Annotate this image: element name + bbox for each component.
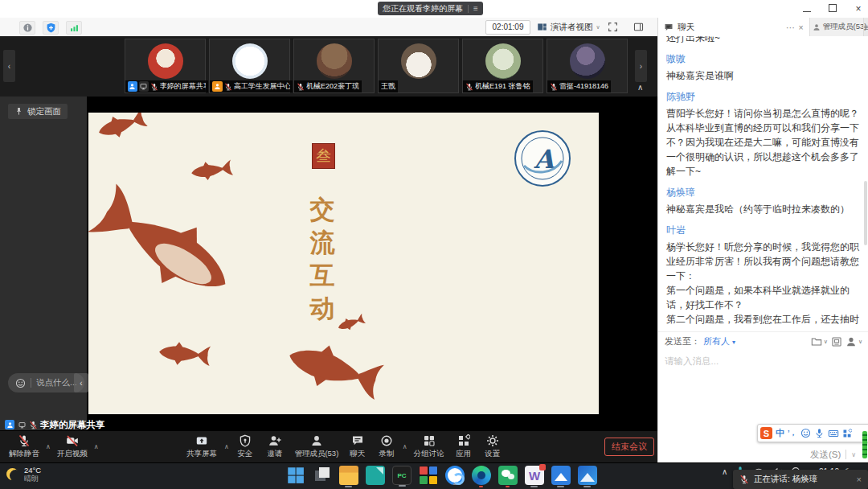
- close-button[interactable]: ×: [854, 0, 863, 18]
- layout-panel-button[interactable]: [633, 22, 644, 32]
- toast-close-icon[interactable]: ×: [857, 475, 862, 484]
- chat-close-icon[interactable]: ×: [798, 23, 803, 32]
- panel-menu-button[interactable]: ≡: [863, 18, 868, 36]
- start-button[interactable]: [286, 466, 305, 485]
- presenter-badge-icon: [5, 420, 14, 429]
- share-screen-button[interactable]: 共享屏幕: [182, 432, 222, 461]
- ime-punctuation-toggle[interactable]: ’，: [788, 428, 797, 438]
- chat-button[interactable]: 聊天: [344, 432, 371, 461]
- unmute-button[interactable]: 解除静音: [5, 432, 43, 461]
- security-shield-icon[interactable]: [43, 21, 59, 35]
- send-options-chevron[interactable]: ∨: [851, 451, 856, 458]
- speaking-toast-text: 正在讲话: 杨焕璋: [754, 474, 852, 485]
- chat-scrollbar[interactable]: [864, 181, 867, 245]
- participant-name: 王戬: [381, 81, 395, 92]
- bubble-collapse-button[interactable]: ‹: [74, 373, 88, 392]
- tray-expand-chevron[interactable]: ∧: [722, 467, 727, 476]
- smiley-icon[interactable]: [15, 378, 26, 388]
- wps-icon[interactable]: W: [525, 466, 544, 485]
- screenshot-button[interactable]: [831, 336, 842, 347]
- chat-bubble-icon: [351, 434, 364, 447]
- chat-more-icon[interactable]: ⋯: [786, 23, 795, 32]
- security-button[interactable]: 安全: [231, 432, 259, 461]
- message-sender[interactable]: 嗷嗷: [666, 52, 859, 66]
- watching-banner-text: 您正在观看李婷的屏幕: [383, 3, 463, 14]
- avatar: [148, 43, 183, 79]
- ime-emoji-icon[interactable]: [800, 428, 811, 438]
- message-sender[interactable]: 杨焕璋: [666, 186, 859, 199]
- task-view-button[interactable]: [313, 466, 332, 485]
- avatar: [570, 43, 605, 79]
- mic-options-chevron[interactable]: ∧: [46, 443, 51, 450]
- view-mode-button[interactable]: 演讲者视图 ∨: [537, 20, 600, 34]
- meeting-info-button[interactable]: [19, 21, 35, 35]
- apps-button[interactable]: 应用: [450, 432, 477, 461]
- participant-tile[interactable]: 王戬: [378, 39, 459, 93]
- sogou-ime-bar[interactable]: S 中 ’，: [757, 424, 868, 442]
- message-text: 杨学长您好！听您分享的时候，我觉得您的职业经历非常厉害！所以我有两个问题想请教您…: [666, 240, 859, 327]
- meeting-app-icon[interactable]: [445, 466, 465, 485]
- photos-app-icon[interactable]: [578, 466, 597, 485]
- start-video-button[interactable]: 开启视频: [53, 432, 92, 461]
- minimize-button[interactable]: [802, 0, 812, 18]
- breakout-button[interactable]: 分组讨论: [410, 432, 448, 461]
- speaking-toast[interactable]: 正在讲话: 杨焕璋 ×: [733, 470, 868, 489]
- maximize-button[interactable]: [828, 0, 837, 18]
- ime-toolbox-icon[interactable]: [842, 429, 852, 438]
- send-message-button[interactable]: 发送(S) ∨: [810, 447, 856, 462]
- sogou-logo-icon[interactable]: S: [760, 427, 772, 439]
- manage-members-button[interactable]: 管理成员(53): [291, 432, 342, 461]
- send-to-dropdown[interactable]: 所有人 ▾: [703, 335, 735, 347]
- screen-share-badge-icon: [139, 81, 149, 92]
- cloud-docs-icon[interactable]: [551, 466, 571, 485]
- record-button[interactable]: 录制: [373, 432, 400, 461]
- pycharm-icon[interactable]: PC: [392, 466, 411, 485]
- chat-label: 聊天: [350, 449, 365, 459]
- watching-banner[interactable]: 您正在观看李婷的屏幕 ≡: [378, 2, 483, 15]
- attention-indicator: [479, 486, 483, 487]
- chat-message-list[interactable]: 还打出来啦~ 嗷嗷 神秘嘉宾是谁啊 陈驰野 曹阳学长您好！请问你当初是怎么直博的…: [658, 36, 868, 327]
- running-indicator: [399, 485, 406, 487]
- mic-muted-icon: [297, 83, 305, 91]
- participant-tile[interactable]: 高工学生发展中心: [209, 39, 290, 93]
- ime-keyboard-icon[interactable]: [828, 428, 839, 439]
- camera-muted-icon: [66, 434, 79, 447]
- file-explorer-icon[interactable]: [339, 466, 358, 485]
- network-quality-icon[interactable]: [66, 21, 82, 35]
- message-text: 曹阳学长您好！请问你当初是怎么直博的呢？从本科毕业到直博的经历可以和我们分享一下…: [666, 106, 859, 179]
- tab-chat[interactable]: 聊天 ⋯ ×: [658, 18, 809, 36]
- share-options-chevron[interactable]: ∧: [224, 443, 229, 450]
- edge-browser-icon[interactable]: [472, 466, 491, 485]
- camera-options-chevron[interactable]: ∧: [94, 443, 99, 450]
- mention-member-button[interactable]: ∨: [845, 336, 862, 347]
- ime-voice-icon[interactable]: [814, 428, 825, 438]
- strip-collapse-button[interactable]: ∧: [637, 83, 643, 92]
- taskbar-weather-widget[interactable]: 24°C 晴朗: [6, 466, 41, 483]
- fullscreen-button[interactable]: [608, 22, 618, 32]
- message-sender[interactable]: 陈驰野: [666, 90, 859, 104]
- end-meeting-button[interactable]: 结束会议: [604, 438, 654, 456]
- quick-comment-bubble[interactable]: 说点什么...: [8, 373, 84, 392]
- invite-button[interactable]: 邀请: [260, 432, 289, 461]
- chat-input[interactable]: [658, 351, 868, 463]
- avatar: [232, 43, 268, 79]
- strip-scroll-right-button[interactable]: ›: [635, 50, 647, 82]
- tab-members[interactable]: 管理成员(53): [809, 18, 863, 36]
- banner-menu-icon[interactable]: ≡: [473, 4, 478, 13]
- share-caption-text: 李婷的屏幕共享: [40, 419, 105, 431]
- participant-tile[interactable]: 李婷的屏幕共享: [125, 39, 206, 93]
- ime-lang-toggle[interactable]: 中: [776, 427, 784, 439]
- send-file-button[interactable]: ∨: [811, 336, 828, 347]
- participant-tile[interactable]: 机械E191 张鲁铭: [462, 39, 543, 93]
- message-text: 还打出来啦~: [666, 36, 859, 45]
- record-options-chevron[interactable]: ∧: [403, 443, 407, 450]
- wechat-icon[interactable]: [498, 466, 518, 485]
- settings-button[interactable]: 设置: [479, 432, 506, 461]
- participant-tile[interactable]: 雷挺-41918146: [547, 39, 628, 93]
- notes-app-icon[interactable]: [366, 466, 385, 485]
- participant-tile[interactable]: 机械E202裴丁璞: [293, 39, 375, 93]
- strip-scroll-left-button[interactable]: ‹: [3, 50, 15, 82]
- pin-view-button[interactable]: 锁定画面: [8, 104, 68, 119]
- message-sender[interactable]: 叶岩: [666, 224, 859, 237]
- office-suite-icon[interactable]: [419, 466, 438, 485]
